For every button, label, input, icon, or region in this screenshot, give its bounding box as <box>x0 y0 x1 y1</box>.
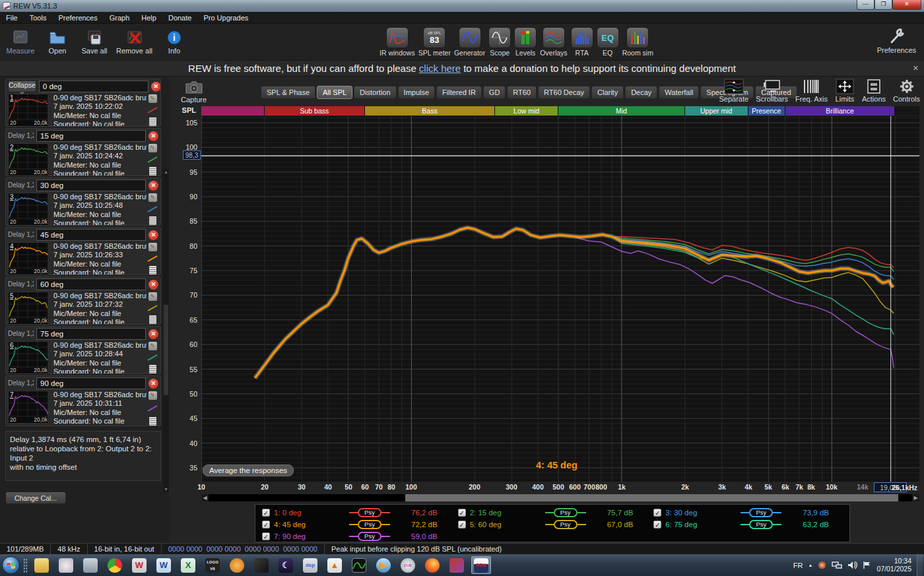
trace-label[interactable]: 7: 90 deg <box>274 532 345 540</box>
menu-preferences[interactable]: Preferences <box>52 14 103 22</box>
trace-label[interactable]: 1: 0 deg <box>274 509 345 517</box>
trace-style-icon[interactable] <box>147 154 158 166</box>
taskbar-app-paint[interactable] <box>56 556 76 574</box>
close-button[interactable]: ✕ <box>892 0 921 10</box>
trace-style-icon[interactable] <box>147 203 158 215</box>
delete-measurement-button[interactable]: ✕ <box>148 131 158 141</box>
language-indicator[interactable]: FR <box>793 561 803 569</box>
tab-clarity[interactable]: Clarity <box>591 86 624 99</box>
measure-button[interactable]: Measure <box>5 30 36 55</box>
psy-button[interactable]: Psy <box>554 508 578 517</box>
trace-label[interactable]: 6: 75 deg <box>665 521 737 528</box>
taskbar-app-dsp-tool[interactable]: dsp <box>300 556 320 574</box>
measurement-item[interactable]: Delay 1,2752✕72020,0k0-90 deg SB17 SB26a… <box>5 375 161 426</box>
psy-button[interactable]: Psy <box>749 508 773 517</box>
freq-axis-button[interactable]: Freq. Axis <box>795 79 828 103</box>
taskbar-app-word[interactable]: W <box>154 556 174 574</box>
taskbar-app-rew[interactable]: REW <box>471 556 491 574</box>
measurement-name-input[interactable] <box>36 179 146 191</box>
measurement-name-input[interactable] <box>36 328 146 340</box>
network-icon[interactable] <box>832 561 842 569</box>
taskbar-app-firefox[interactable] <box>422 556 442 574</box>
controls-button[interactable]: Controls <box>893 79 920 103</box>
notes-page-icon[interactable] <box>149 117 156 126</box>
edit-notes-icon[interactable]: ✎ <box>148 391 157 400</box>
menu-file[interactable]: File <box>0 14 24 22</box>
rta-button[interactable]: RTA <box>571 27 593 57</box>
close-message-icon[interactable]: ✕ <box>913 64 919 73</box>
taskbar-app-office-share[interactable] <box>447 556 467 574</box>
measurement-name-input[interactable] <box>36 377 146 389</box>
clock[interactable]: 10:34 07/01/2025 <box>876 558 911 573</box>
trace-label[interactable]: 3: 30 deg <box>665 509 737 517</box>
measurement-item[interactable]: Collapse «✕12020,0k0-90 deg SB17 SB26adc… <box>5 79 161 127</box>
psy-button[interactable]: Psy <box>749 520 773 529</box>
room-sim-button[interactable]: Room sim <box>622 27 653 57</box>
edit-notes-icon[interactable]: ✎ <box>148 342 157 350</box>
taskbar-app-cue-disc[interactable]: CUE <box>398 556 418 574</box>
taskbar-app-windows-explorer[interactable] <box>32 556 51 574</box>
measurement-thumbnail[interactable]: 62020,0k <box>8 341 49 374</box>
measurement-thumbnail[interactable]: 52020,0k <box>8 292 49 325</box>
measurement-item[interactable]: Delay 1,2648✕32020,0k0-90 deg SB17 SB26a… <box>5 177 161 226</box>
trace-style-icon[interactable] <box>147 402 158 414</box>
trace-checkbox[interactable]: ✓ <box>653 509 661 517</box>
notes-page-icon[interactable] <box>149 315 156 324</box>
measurement-item[interactable]: Delay 1,2245✕62020,0k0-90 deg SB17 SB26a… <box>5 326 161 374</box>
taskbar-app-excel[interactable]: X <box>178 556 198 574</box>
info-button[interactable]: i Info <box>159 30 189 55</box>
measurement-thumbnail[interactable]: 22020,0k <box>8 143 49 176</box>
psy-button[interactable]: Psy <box>358 520 381 529</box>
separate-button[interactable]: Separate <box>719 79 748 103</box>
remove-all-button[interactable]: Remove all <box>116 30 152 55</box>
scrollbars-button[interactable]: Scrollbars <box>756 79 788 103</box>
measurement-name-input[interactable] <box>39 80 148 92</box>
measurement-name-input[interactable] <box>36 130 146 142</box>
tab-all-spl[interactable]: All SPL <box>317 86 352 99</box>
tab-impulse[interactable]: Impulse <box>398 86 436 99</box>
tab-waterfall[interactable]: Waterfall <box>659 86 699 99</box>
delete-measurement-button[interactable]: ✕ <box>148 329 158 339</box>
edit-notes-icon[interactable]: ✎ <box>148 292 157 301</box>
trace-checkbox[interactable]: ✓ <box>458 509 466 517</box>
edit-notes-icon[interactable]: ✎ <box>148 144 157 152</box>
taskbar-app-media-player[interactable]: ▶ <box>374 556 393 574</box>
sidebar-scrollbar[interactable]: ▲ ▼ <box>163 169 169 492</box>
menu-help[interactable]: Help <box>135 14 162 22</box>
measurement-name-input[interactable] <box>36 278 146 290</box>
change-cal-button[interactable]: Change Cal... <box>5 492 66 504</box>
scroll-right-icon[interactable]: ▶ <box>912 494 919 501</box>
speaker-icon[interactable] <box>847 561 857 569</box>
scroll-thumb[interactable] <box>164 305 168 395</box>
trace-style-icon[interactable] <box>147 104 158 116</box>
menu-pro-upgrades[interactable]: Pro Upgrades <box>197 14 254 22</box>
trace-checkbox[interactable]: ✓ <box>262 521 270 528</box>
edit-notes-icon[interactable]: ✎ <box>148 193 157 202</box>
taskbar-app-curve-app[interactable] <box>349 556 369 574</box>
eq-button[interactable]: EQ EQ <box>597 27 619 57</box>
freq-scroll-track[interactable] <box>209 494 912 501</box>
trace-checkbox[interactable]: ✓ <box>262 509 270 517</box>
tray-app-icon[interactable] <box>818 561 826 569</box>
psy-button[interactable]: Psy <box>358 508 381 517</box>
trace-label[interactable]: 5: 60 deg <box>470 521 541 528</box>
scope-button[interactable]: Scope <box>488 27 511 57</box>
measurement-thumbnail[interactable]: 12020,0k <box>8 94 49 127</box>
psy-button[interactable]: Psy <box>358 532 381 541</box>
spl-chart-svg[interactable] <box>201 116 919 482</box>
notes-page-icon[interactable] <box>149 266 156 274</box>
scroll-left-icon[interactable]: ◀ <box>201 494 209 501</box>
measurement-item[interactable]: Delay 1,2625✕42020,0k0-90 deg SB17 SB26a… <box>5 227 161 275</box>
edit-notes-icon[interactable]: ✎ <box>148 243 157 251</box>
ir-windows-button[interactable]: IR windows <box>380 27 415 57</box>
taskbar-app-night-app[interactable]: ☾ <box>276 556 296 574</box>
taskbar-app-chip-tool[interactable] <box>251 556 271 574</box>
show-desktop-button[interactable] <box>917 554 923 576</box>
overlays-button[interactable]: Overlays <box>540 27 567 57</box>
save-all-button[interactable]: Save all <box>79 30 110 55</box>
delete-measurement-button[interactable]: ✕ <box>148 379 158 389</box>
menu-donate[interactable]: Donate <box>162 14 197 22</box>
scroll-down-icon[interactable]: ▼ <box>163 486 169 492</box>
levels-button[interactable]: Levels <box>514 27 537 57</box>
preferences-button[interactable]: Preferences <box>877 28 916 54</box>
